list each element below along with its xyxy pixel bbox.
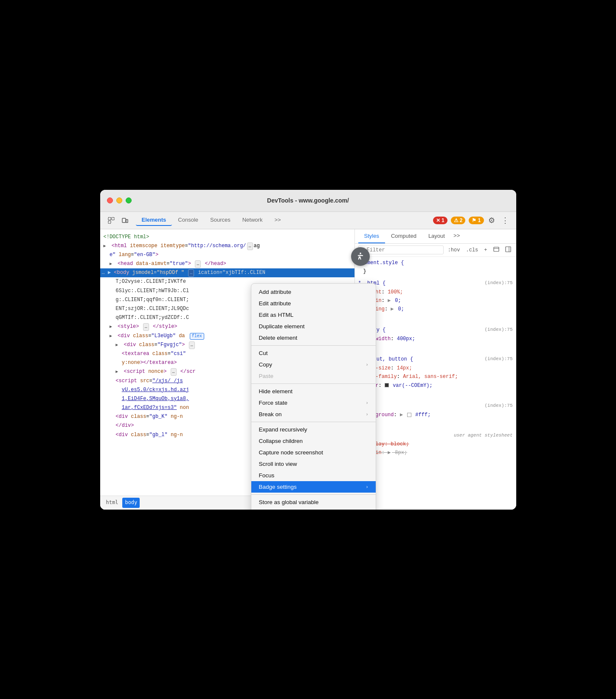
minimize-button[interactable]	[116, 197, 122, 203]
style-selector-line: *, input, button { (index):75	[358, 355, 513, 364]
menu-delete-element[interactable]: Delete element	[251, 332, 376, 344]
menu-break-on[interactable]: Break on ›	[251, 409, 376, 420]
style-selector-line: * { (index):75	[358, 402, 513, 410]
accessibility-icon[interactable]	[351, 247, 370, 266]
style-selector-line: *, body { (index):75	[358, 326, 513, 334]
maximize-button[interactable]	[126, 197, 132, 203]
dom-line-selected[interactable]: … ▶ <body jsmodel="hspDDf " … ication="x…	[100, 268, 354, 277]
menu-edit-attribute[interactable]: Edit attribute	[251, 298, 376, 309]
breadcrumb-html[interactable]: html	[104, 498, 121, 507]
menu-focus[interactable]: Focus	[251, 470, 376, 481]
style-prop-line: padding: ▶ 0;	[358, 305, 513, 313]
style-prop-line: font-size: 14px;	[358, 364, 513, 372]
devtools-window: DevTools - www.google.com/ Elements Cons…	[100, 190, 516, 510]
style-close: }	[358, 267, 513, 276]
tab-more[interactable]: >>	[268, 214, 287, 226]
tab-elements[interactable]: Elements	[136, 214, 172, 226]
submenu-arrow: ›	[366, 400, 368, 405]
settings-icon[interactable]: ⚙	[486, 214, 498, 226]
tab-sources[interactable]: Sources	[204, 214, 236, 226]
style-close: }	[358, 390, 513, 398]
add-style-button[interactable]: +	[482, 246, 489, 254]
menu-hide-element[interactable]: Hide element	[251, 386, 376, 397]
window-title: DevTools - www.google.com/	[267, 197, 349, 204]
svg-rect-7	[506, 247, 511, 252]
menu-store-global[interactable]: Store as global variable	[251, 496, 376, 508]
tab-more-styles[interactable]: >>	[451, 229, 463, 243]
error-badge[interactable]: ✕ 1	[433, 217, 447, 224]
menu-add-attribute[interactable]: Add attribute	[251, 286, 376, 298]
context-menu: Add attribute Edit attribute Edit as HTM…	[251, 283, 376, 510]
menu-collapse-children[interactable]: Collapse children	[251, 435, 376, 447]
menu-separator	[251, 422, 376, 422]
style-prop-line: background: ▶ #fff;	[358, 411, 513, 419]
tab-console[interactable]: Console	[172, 214, 204, 226]
hov-button[interactable]: :hov	[446, 246, 462, 254]
menu-copy[interactable]: Copy ›	[251, 359, 376, 370]
style-block: *, html { (index):75 height: 100%; margi…	[358, 279, 513, 322]
style-block: * { user agent stylesheet display: block…	[358, 431, 513, 466]
submenu-arrow: ›	[366, 484, 368, 489]
svg-rect-4	[126, 220, 128, 223]
menu-force-state[interactable]: Force state ›	[251, 397, 376, 409]
style-block: *, input, button { (index):75 font-size:…	[358, 355, 513, 398]
style-selector-line: * { user agent stylesheet	[358, 431, 513, 440]
menu-edit-as-html[interactable]: Edit as HTML	[251, 309, 376, 321]
more-options-icon[interactable]: ⋮	[499, 214, 511, 226]
menu-ask-ai[interactable]: Ask AI	[251, 508, 376, 510]
tab-layout[interactable]: Layout	[422, 229, 451, 243]
style-close: }	[358, 419, 513, 428]
cls-button[interactable]: .cls	[464, 246, 480, 254]
toolbar-badges: ✕ 1 ⚠ 2 ⚑ 1	[433, 217, 484, 224]
style-selector-line: *, html { (index):75	[358, 279, 513, 287]
submenu-arrow: ›	[366, 412, 368, 417]
traffic-lights	[107, 197, 132, 203]
info-badge[interactable]: ⚑ 1	[469, 217, 484, 224]
toolbar: Elements Console Sources Network >> ✕ 1 …	[100, 212, 516, 229]
flex-badge[interactable]: flex	[190, 333, 204, 340]
styles-panel: Styles Computed Layout >> ⊻ :hov .cls +	[355, 229, 516, 510]
dom-line[interactable]: <!DOCTYPE html>	[100, 233, 354, 242]
menu-separator	[251, 494, 376, 495]
menu-expand-recursively[interactable]: Expand recursively	[251, 424, 376, 435]
tab-computed[interactable]: Computed	[385, 229, 422, 243]
warning-icon: ⚠	[454, 217, 458, 223]
style-close: }	[358, 343, 513, 352]
dom-line[interactable]: ▶ <head data-aimvt="true"> … </head>	[100, 259, 354, 268]
menu-scroll-into-view[interactable]: Scroll into view	[251, 458, 376, 470]
style-prop-line: font-family: Arial, sans-serif;	[358, 372, 513, 381]
breadcrumb-body[interactable]: body	[122, 498, 140, 507]
svg-rect-5	[494, 247, 499, 251]
styles-toolbar: ⊻ :hov .cls +	[355, 244, 516, 257]
menu-duplicate-element[interactable]: Duplicate element	[251, 321, 376, 332]
style-prop-line: display: block;	[358, 440, 513, 448]
dom-line[interactable]: ▶ <html itemscope itemtype="http://schem…	[100, 242, 354, 251]
style-block: *, body { (index):75 min-width: 400px; }	[358, 326, 513, 352]
style-prop-line: color: var(--COEmY);	[358, 381, 513, 390]
menu-cut[interactable]: Cut	[251, 347, 376, 359]
inspect-icon[interactable]	[105, 214, 117, 226]
svg-rect-0	[108, 217, 111, 220]
titlebar: DevTools - www.google.com/	[100, 190, 516, 212]
menu-paste: Paste	[251, 370, 376, 382]
close-button[interactable]	[107, 197, 113, 203]
menu-capture-screenshot[interactable]: Capture node screenshot	[251, 447, 376, 458]
dom-line[interactable]: e" lang="en-GB">	[100, 251, 354, 259]
style-prop-line: height: 100%;	[358, 288, 513, 296]
filter-input[interactable]	[367, 247, 441, 253]
menu-badge-settings[interactable]: Badge settings ›	[251, 481, 376, 493]
tab-styles[interactable]: Styles	[358, 229, 385, 243]
color-swatch	[385, 383, 389, 387]
device-toggle-icon[interactable]	[119, 214, 131, 226]
menu-separator	[251, 383, 376, 384]
style-prop-line: margin: ▶ 8px;	[358, 448, 513, 457]
warning-badge[interactable]: ⚠ 2	[451, 217, 466, 224]
sidebar-style-button[interactable]	[503, 245, 513, 255]
svg-rect-1	[112, 217, 114, 220]
new-rule-button[interactable]	[492, 245, 501, 255]
tab-network[interactable]: Network	[236, 214, 269, 226]
filter-box: ⊻	[358, 245, 444, 254]
style-block: element.style { }	[358, 259, 513, 276]
menu-separator	[251, 345, 376, 346]
svg-point-9	[360, 252, 361, 254]
